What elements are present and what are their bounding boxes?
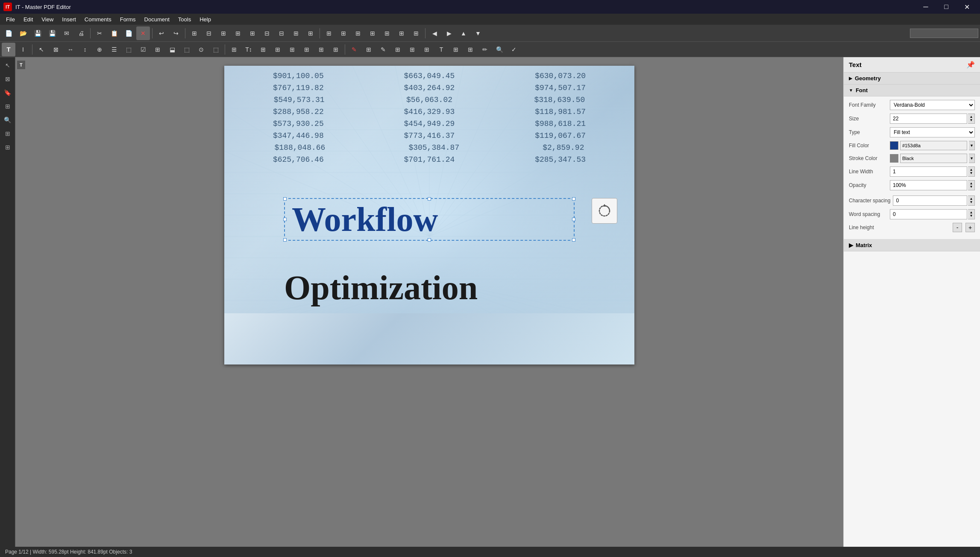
draw-tool-4[interactable]: ⊞ <box>391 43 405 56</box>
line-width-input[interactable] <box>890 166 967 177</box>
zoom-tool[interactable]: ⊕ <box>93 43 106 56</box>
undo-button[interactable]: ↩ <box>155 26 168 40</box>
draw-tool-1[interactable]: ✎ <box>347 43 361 56</box>
rotate-tool[interactable]: ↔ <box>64 43 77 56</box>
panel-pin-button[interactable]: 📌 <box>966 61 975 69</box>
form-tool-3[interactable]: ⊞ <box>151 43 164 56</box>
minimize-button[interactable]: ─ <box>916 0 936 14</box>
save-as-button[interactable]: 💾 <box>45 26 59 40</box>
crop-tool[interactable]: ⊠ <box>49 43 63 56</box>
tb-btn-6[interactable]: ⊟ <box>260 26 274 40</box>
tb-btn-9[interactable]: ⊞ <box>304 26 317 40</box>
menu-edit[interactable]: Edit <box>19 14 37 25</box>
copy-button[interactable]: 📋 <box>107 26 121 40</box>
delete-button[interactable]: ✕ <box>136 26 150 40</box>
text-tool-2[interactable]: I <box>16 43 30 56</box>
sidebar-attach-btn[interactable]: ⊞ <box>1 141 14 154</box>
resize-handle-mid-left[interactable] <box>283 218 287 221</box>
resize-handle-top-right[interactable] <box>572 197 575 201</box>
fill-color-input[interactable] <box>900 141 967 150</box>
cut-button[interactable]: ✂ <box>93 26 106 40</box>
form-tool-5[interactable]: ⬚ <box>180 43 194 56</box>
line-width-spinner[interactable]: ▲ ▼ <box>968 166 975 177</box>
font-size-input[interactable] <box>890 114 967 124</box>
sidebar-select-btn[interactable]: ↖ <box>1 59 14 72</box>
font-size-down[interactable]: ▼ <box>970 119 973 122</box>
annot-tool-5[interactable]: ⊞ <box>285 43 299 56</box>
tb-btn-11[interactable]: ⊞ <box>337 26 350 40</box>
save-button[interactable]: 💾 <box>31 26 44 40</box>
check-tool[interactable]: ✓ <box>507 43 521 56</box>
tb-btn-3[interactable]: ⊞ <box>217 26 230 40</box>
search-tool[interactable]: 🔍 <box>493 43 506 56</box>
rotate-handle[interactable] <box>592 198 617 224</box>
email-button[interactable]: ✉ <box>60 26 73 40</box>
tb-btn-1[interactable]: ⊞ <box>188 26 201 40</box>
sidebar-bookmarks-btn[interactable]: 🔖 <box>1 86 14 99</box>
draw-tool-5[interactable]: ⊞ <box>405 43 419 56</box>
annot-tool-4[interactable]: ⊞ <box>271 43 285 56</box>
text-edit-tool[interactable]: T <box>434 43 448 56</box>
search-input[interactable] <box>910 29 978 38</box>
font-family-select[interactable]: Verdana-Bold <box>890 100 975 110</box>
tb-btn-10[interactable]: ⊞ <box>322 26 336 40</box>
sign-tool[interactable]: ⊞ <box>464 43 477 56</box>
resize-handle-bottom-right[interactable] <box>572 238 575 242</box>
fill-color-swatch[interactable] <box>890 141 898 150</box>
print-button[interactable]: 🖨 <box>74 26 88 40</box>
sidebar-annot-btn[interactable]: ⊞ <box>1 127 14 140</box>
stroke-color-input[interactable] <box>900 154 967 163</box>
resize-handle-mid-right[interactable] <box>572 218 575 221</box>
select-tool[interactable]: ↖ <box>35 43 48 56</box>
resize-handle-top-left[interactable] <box>283 197 287 201</box>
canvas-area[interactable]: T <box>15 57 843 547</box>
open-button[interactable]: 📂 <box>16 26 30 40</box>
menu-file[interactable]: File <box>2 14 19 25</box>
annot-tool-7[interactable]: ⊞ <box>314 43 328 56</box>
move-tool[interactable]: ↕ <box>78 43 92 56</box>
tb-btn-2[interactable]: ⊟ <box>202 26 216 40</box>
tb-btn-8[interactable]: ⊞ <box>289 26 303 40</box>
draw-tool-6[interactable]: ⊞ <box>420 43 434 56</box>
annot-tool-2[interactable]: T↕ <box>242 43 255 56</box>
pan-tool[interactable]: ☰ <box>107 43 121 56</box>
stroke-color-dropdown[interactable]: ▼ <box>969 154 975 163</box>
line-height-plus[interactable]: + <box>965 223 975 232</box>
draw-tool-2[interactable]: ⊞ <box>362 43 376 56</box>
form-tool-2[interactable]: ☑ <box>136 43 150 56</box>
sidebar-layers-btn[interactable]: ⊞ <box>1 100 14 113</box>
tb-btn-15[interactable]: ⊞ <box>395 26 408 40</box>
paste-button[interactable]: 📄 <box>122 26 135 40</box>
menu-comments[interactable]: Comments <box>80 14 116 25</box>
word-spacing-spinner[interactable]: ▲ ▼ <box>968 209 975 219</box>
opacity-down[interactable]: ▼ <box>970 185 973 189</box>
annot-tool-1[interactable]: ⊞ <box>227 43 241 56</box>
word-spacing-input[interactable] <box>890 209 967 219</box>
line-width-down[interactable]: ▼ <box>970 172 973 175</box>
menu-help[interactable]: Help <box>195 14 215 25</box>
char-spacing-spinner[interactable]: ▲ ▼ <box>968 195 975 206</box>
annot-tool-8[interactable]: ⊞ <box>329 43 343 56</box>
radio-tool[interactable]: ⊙ <box>194 43 208 56</box>
optimization-text[interactable]: Optimization <box>284 271 600 305</box>
font-section-header[interactable]: ▼ Font <box>844 85 980 96</box>
tb-btn-14[interactable]: ⊞ <box>380 26 394 40</box>
opacity-input[interactable] <box>890 180 967 190</box>
menu-tools[interactable]: Tools <box>174 14 195 25</box>
redo-button[interactable]: ↪ <box>169 26 183 40</box>
tb-btn-13[interactable]: ⊞ <box>366 26 379 40</box>
stamp-tool[interactable]: ⊞ <box>449 43 463 56</box>
workflow-text[interactable]: Workflow <box>292 202 567 236</box>
prev-nav-button[interactable]: ▲ <box>457 26 470 40</box>
annot-tool-3[interactable]: ⊞ <box>256 43 270 56</box>
close-button[interactable]: ✕ <box>957 0 977 14</box>
tb-btn-16[interactable]: ⊞ <box>409 26 423 40</box>
opacity-spinner[interactable]: ▲ ▼ <box>968 180 975 190</box>
menu-forms[interactable]: Forms <box>116 14 140 25</box>
sidebar-pages-btn[interactable]: ⊠ <box>1 73 14 85</box>
fill-color-dropdown[interactable]: ▼ <box>969 141 975 150</box>
form-tool-1[interactable]: ⬚ <box>122 43 135 56</box>
sidebar-search-btn[interactable]: 🔍 <box>1 114 14 126</box>
text-tool-active[interactable]: T <box>2 43 15 56</box>
word-spacing-down[interactable]: ▼ <box>970 214 973 218</box>
